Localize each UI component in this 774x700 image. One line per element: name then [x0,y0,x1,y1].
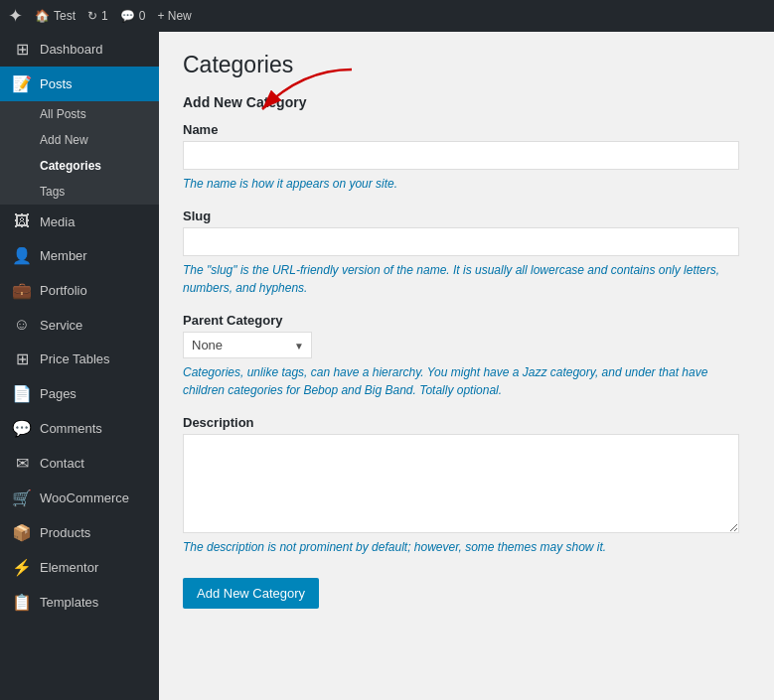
comments-item[interactable]: 💬 0 [120,9,146,23]
comments-nav-icon: 💬 [12,419,32,438]
sidebar-item-templates[interactable]: 📋 Templates [0,585,159,620]
name-input[interactable] [183,141,739,170]
slug-field-group: Slug The "slug" is the URL-friendly vers… [183,209,750,297]
elementor-icon: ⚡ [12,558,32,577]
sidebar-item-contact[interactable]: ✉ Contact [0,446,159,481]
sidebar-sub-categories[interactable]: Categories [0,153,159,179]
updates-item[interactable]: ↻ 1 [87,9,108,23]
add-new-category-button[interactable]: Add New Category [183,578,319,609]
service-icon: ☺ [12,316,32,334]
main-content: Categories Add New Category Name The nam… [159,32,774,700]
price-tables-icon: ⊞ [12,350,32,368]
slug-help: The "slug" is the URL-friendly version o… [183,261,739,297]
woocommerce-icon: 🛒 [12,489,32,507]
comments-icon: 💬 [120,9,135,23]
parent-help: Categories, unlike tags, can have a hier… [183,363,739,399]
sidebar-sub-tags[interactable]: Tags [0,179,159,205]
member-icon: 👤 [12,246,32,265]
parent-category-select-wrap: None ▼ [183,332,312,358]
sidebar-sub-all-posts[interactable]: All Posts [0,101,159,127]
sidebar-item-member[interactable]: 👤 Member [0,238,159,273]
sidebar-sub-add-new[interactable]: Add New [0,127,159,153]
slug-input[interactable] [183,227,739,256]
parent-category-field-group: Parent Category None ▼ Categories, unlik… [183,313,750,399]
media-icon: 🖼 [12,212,32,230]
sidebar-item-dashboard[interactable]: ⊞ Dashboard [0,32,159,67]
portfolio-icon: 💼 [12,281,32,300]
sidebar-item-portfolio[interactable]: 💼 Portfolio [0,273,159,308]
sidebar-item-media[interactable]: 🖼 Media [0,205,159,238]
description-field-group: Description The description is not promi… [183,415,750,556]
pages-icon: 📄 [12,384,32,403]
slug-label: Slug [183,209,750,223]
sidebar-item-products[interactable]: 📦 Products [0,515,159,550]
sidebar-item-pages[interactable]: 📄 Pages [0,376,159,411]
name-field-group: Name The name is how it appears on your … [183,122,750,193]
site-name[interactable]: 🏠 Test [35,9,76,23]
description-label: Description [183,415,750,430]
description-textarea[interactable] [183,434,739,533]
name-help: The name is how it appears on your site. [183,175,739,193]
sidebar-item-service[interactable]: ☺ Service [0,308,159,342]
contact-icon: ✉ [12,454,32,473]
admin-bar: ✦ 🏠 Test ↻ 1 💬 0 + New [0,0,774,32]
parent-category-label: Parent Category [183,313,750,328]
dashboard-icon: ⊞ [12,40,32,59]
sidebar-item-price-tables[interactable]: ⊞ Price Tables [0,342,159,376]
form-heading: Add New Category [183,94,750,110]
description-help: The description is not prominent by defa… [183,538,739,556]
sidebar-item-posts[interactable]: 📝 Posts [0,67,159,101]
new-item[interactable]: + New [157,9,191,23]
sidebar-item-comments[interactable]: 💬 Comments [0,411,159,446]
sidebar-item-woocommerce[interactable]: 🛒 WooCommerce [0,481,159,515]
home-icon: 🏠 [35,9,50,23]
updates-icon: ↻ [87,9,97,23]
parent-category-select[interactable]: None [183,332,312,358]
posts-icon: 📝 [12,74,32,93]
form-container: Add New Category Name The name is how it… [183,94,750,609]
page-title: Categories [183,52,750,78]
templates-icon: 📋 [12,593,32,612]
wp-logo-icon[interactable]: ✦ [8,5,23,27]
sidebar-item-elementor[interactable]: ⚡ Elementor [0,550,159,585]
sidebar: ⊞ Dashboard 📝 Posts All Posts Add New Ca… [0,32,159,700]
name-label: Name [183,122,750,137]
products-icon: 📦 [12,523,32,542]
